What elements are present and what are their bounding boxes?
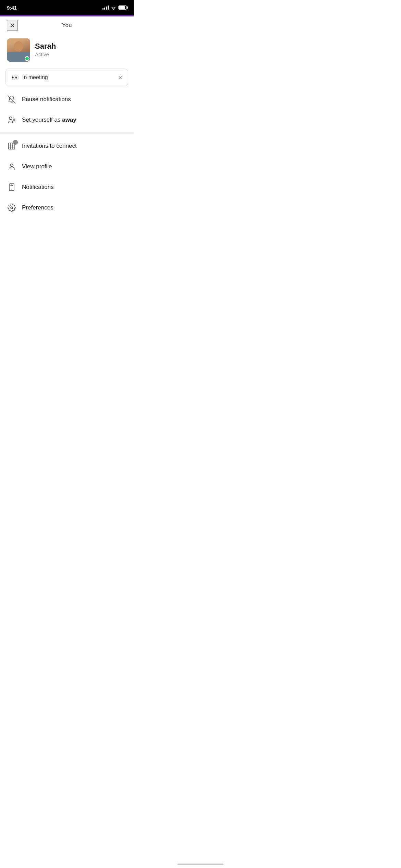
notifications-item[interactable]: Notifications (0, 177, 134, 197)
quick-actions-section: Pause notifications Set yourself as away (0, 89, 134, 130)
svg-point-14 (11, 207, 13, 209)
status-time: 9:41 (7, 5, 17, 11)
status-message: In meeting (22, 74, 114, 81)
invitations-item[interactable]: Invitations to connect (0, 136, 134, 156)
pause-notifications-item[interactable]: Pause notifications (0, 89, 134, 110)
set-away-label: Set yourself as away (22, 117, 76, 123)
preferences-label: Preferences (22, 204, 53, 211)
clear-status-button[interactable]: ✕ (118, 74, 122, 81)
view-profile-label: View profile (22, 163, 52, 170)
preferences-item[interactable]: Preferences (0, 197, 134, 218)
profile-status-text: Active (35, 51, 56, 57)
online-status-dot (25, 56, 29, 61)
signal-icon (102, 5, 109, 10)
svg-point-3 (9, 117, 12, 120)
avatar-container (7, 38, 30, 62)
wifi-icon (111, 5, 116, 10)
battery-icon (118, 5, 127, 10)
set-away-item[interactable]: Set yourself as away (0, 110, 134, 130)
profile-info: Sarah Active (35, 38, 56, 57)
status-icons (102, 5, 127, 10)
status-emoji: 👀 (11, 74, 19, 81)
pause-notifications-label: Pause notifications (22, 96, 71, 103)
person-away-icon (7, 115, 16, 125)
svg-line-2 (8, 96, 15, 103)
svg-point-11 (10, 164, 13, 167)
view-profile-item[interactable]: View profile (0, 156, 134, 177)
main-menu-section: Invitations to connect View profile Noti… (0, 136, 134, 218)
invitations-badge (13, 140, 18, 145)
profile-name: Sarah (35, 42, 56, 51)
notifications-label: Notifications (22, 184, 54, 191)
person-icon (7, 162, 16, 171)
building-icon (7, 141, 16, 151)
status-bar: 9:41 (0, 0, 134, 15)
bell-off-icon (7, 95, 16, 104)
status-input-box[interactable]: 👀 In meeting ✕ (5, 69, 128, 86)
invitations-label: Invitations to connect (22, 143, 77, 149)
profile-section: Sarah Active (0, 34, 134, 69)
page-title: You (62, 22, 72, 29)
section-divider (0, 132, 134, 134)
gear-icon (7, 203, 16, 213)
close-button[interactable] (7, 20, 18, 31)
phone-notification-icon (7, 182, 16, 192)
page-header: You (0, 16, 134, 34)
